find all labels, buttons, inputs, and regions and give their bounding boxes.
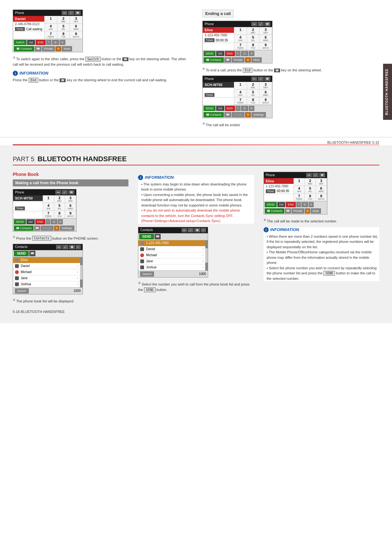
zero-btn-3[interactable]: 0 xyxy=(241,106,248,111)
phone-left-1: Daniel 2-345-6789-0123 Timer Call waitin… xyxy=(13,16,44,39)
book-btn-1[interactable]: 📖 xyxy=(35,46,41,51)
contacts-send-bl[interactable]: SEND xyxy=(14,251,29,256)
cs-icon2-bm: 🔊 xyxy=(188,228,193,232)
contacts-search-bl[interactable]: Search xyxy=(15,288,29,293)
end-btn-2[interactable]: END xyxy=(225,51,235,56)
hash-br[interactable]: # xyxy=(309,202,314,207)
book-btn-2[interactable]: 📖 xyxy=(224,57,231,62)
contacts-count-bl: 1000 xyxy=(74,289,81,293)
contact-num-bm[interactable]: 1-123-456-7890 › xyxy=(138,240,205,246)
del-btn-3[interactable]: Del xyxy=(216,106,224,111)
part-title: BLUETOOTH HANDSFREE xyxy=(38,155,127,163)
switch-btn[interactable]: Switch xyxy=(14,40,26,45)
send-bl[interactable]: SEND xyxy=(14,219,26,224)
gear-bl[interactable]: ⚙ xyxy=(54,226,59,231)
scrollbar-bl[interactable] xyxy=(80,257,83,287)
contacts-bl[interactable]: ☎ Contacts xyxy=(14,226,33,231)
icon-bt-3: ☎ xyxy=(265,77,270,81)
zero-btn-2[interactable]: 0 xyxy=(241,51,248,56)
send-btn-3[interactable]: SEND xyxy=(204,106,215,111)
zero-br[interactable]: 0 xyxy=(301,202,308,207)
end-bl[interactable]: END xyxy=(35,219,45,224)
star-bl[interactable]: * xyxy=(46,219,50,224)
private-btn-2[interactable]: Private xyxy=(232,57,244,62)
private-br[interactable]: Private xyxy=(292,208,304,214)
del-br[interactable]: Del xyxy=(277,202,286,207)
icon-s-br: ▪▪▪ xyxy=(306,173,312,177)
contact-daniel-bl[interactable]: Daniel › xyxy=(13,263,80,269)
icon-wifi-3: 🔊 xyxy=(258,77,264,81)
gear-br[interactable]: ⚙ xyxy=(305,208,310,214)
contact-daniel-bm[interactable]: Daniel › xyxy=(138,246,205,252)
scroll-thumb-bm xyxy=(205,240,208,248)
contact-arrow-joshua-bl: › xyxy=(77,282,78,286)
contacts-footer-bl: Search 1000 xyxy=(13,287,83,294)
del-btn-2[interactable]: Del xyxy=(216,51,224,56)
key-bl-3: 3DEF xyxy=(65,195,76,203)
scroll-thumb-bm2 xyxy=(205,263,208,271)
end-btn-3[interactable]: END xyxy=(225,106,235,111)
settings-bl[interactable]: Settings xyxy=(60,226,74,231)
book-bl[interactable]: 📖 xyxy=(34,226,40,231)
end-btn-1[interactable]: END xyxy=(36,40,46,45)
del-bl[interactable]: Del xyxy=(26,219,35,224)
settings-btn-3[interactable]: ⚙ xyxy=(245,112,251,117)
scrollbar-bm[interactable] xyxy=(205,240,208,271)
info-icon-br: i xyxy=(264,227,269,232)
zero-btn-1[interactable]: 0 xyxy=(52,40,59,45)
phone-left-3: SCH-W750 Timer xyxy=(203,82,234,105)
mute-btn-1[interactable]: Mute xyxy=(62,46,72,51)
sub-section-title: Making a call from the Phone book xyxy=(13,179,128,186)
mute-btn-2[interactable]: Mute xyxy=(251,57,262,62)
key-br-8: 8TUV xyxy=(305,193,316,201)
zero-bl[interactable]: 0 xyxy=(51,219,57,224)
key-bl-2: 2ABC xyxy=(54,195,65,203)
settings-btn-2[interactable]: ⚙ xyxy=(245,57,251,62)
phone-timer-1: Timer Call waiting xyxy=(13,26,44,32)
key-3-3: 3DEF xyxy=(259,82,272,90)
hash-bl[interactable]: # xyxy=(58,219,63,224)
contact-joshua-bm[interactable]: Joshua › xyxy=(138,265,205,271)
star-br[interactable]: * xyxy=(296,202,301,207)
send-br[interactable]: SEND xyxy=(265,202,277,207)
contacts-search-bm[interactable]: Search xyxy=(140,272,154,277)
phone-number-1: 2-345-6789-0123 xyxy=(13,22,44,26)
send-btn-2[interactable]: SEND xyxy=(204,51,215,56)
phone-icon-info: ☎ xyxy=(60,78,66,82)
end-br[interactable]: END xyxy=(286,202,296,207)
star-btn-2[interactable]: * xyxy=(236,51,241,56)
contact-jane-bm[interactable]: Jane › xyxy=(138,258,205,265)
contact-elisa-bl[interactable]: Elisa › xyxy=(13,257,80,263)
del-btn-1[interactable]: Del xyxy=(27,40,35,45)
mute-br[interactable]: Mute xyxy=(311,208,321,214)
contact-jane-bl[interactable]: Jane › xyxy=(13,275,80,281)
settings-label-3[interactable]: Settings xyxy=(251,112,266,117)
star-btn-3[interactable]: * xyxy=(236,106,241,111)
phone-icons-2: ▪▪▪ 🔊 ☎ xyxy=(251,22,270,26)
star-btn-1[interactable]: * xyxy=(46,40,51,45)
timer-label-br: Timer xyxy=(266,189,276,193)
hash-btn-3[interactable]: # xyxy=(249,106,254,111)
contacts-footer-bm: Search 1000 xyxy=(138,271,208,277)
hash-btn-2[interactable]: # xyxy=(249,51,254,56)
book-btn-3[interactable]: 📖 xyxy=(224,112,231,117)
contact-michael-bl[interactable]: Michael › xyxy=(13,269,80,275)
contacts-btn-1[interactable]: ☎ Contacts xyxy=(14,46,34,51)
contact-joshua-bl[interactable]: Joshua › xyxy=(13,281,80,287)
hash-btn-1[interactable]: # xyxy=(60,40,65,45)
contacts-btn-2[interactable]: ☎ Contacts xyxy=(204,57,224,62)
phone-number-br: 1-123-456-7890 xyxy=(264,184,294,189)
contacts-send-bm[interactable]: SEND xyxy=(139,234,154,239)
private-btn-1[interactable]: Private xyxy=(42,46,55,51)
contact-michael-bm[interactable]: Michael › xyxy=(138,252,205,258)
settings-btn-1[interactable]: ⚙ xyxy=(55,46,61,51)
info-title-1: i INFORMATION xyxy=(13,71,190,76)
step4-text: ④ To end a call, press the End button or… xyxy=(202,67,379,73)
step2-text-bl: ② The phone book list will be displayed. xyxy=(13,298,128,304)
icon-wifi-2: 🔊 xyxy=(258,22,264,26)
contacts-br[interactable]: ☎ Contacts xyxy=(265,208,284,214)
key-bl-6: 6MNO xyxy=(65,203,76,211)
contact-name-jane-bl: Jane xyxy=(21,276,77,280)
contacts-btn-3[interactable]: ☎ Contacts xyxy=(204,112,224,117)
book-br[interactable]: 📖 xyxy=(285,208,291,214)
